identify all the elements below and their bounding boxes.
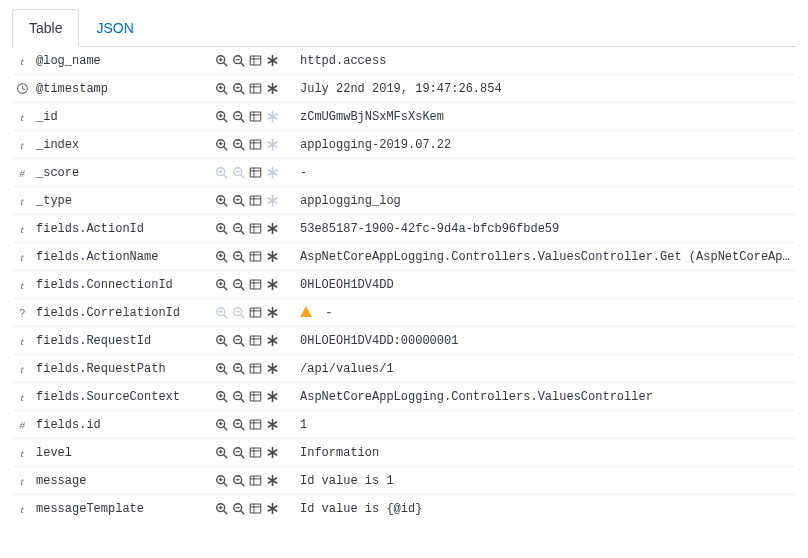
svg-line-186: [223, 454, 227, 458]
toggle-column-icon[interactable]: [248, 109, 263, 124]
svg-rect-75: [250, 196, 261, 205]
table-row: tfields.ActionName AspNetCoreAppLogging.…: [12, 243, 796, 271]
field-type-icon: t: [12, 439, 32, 467]
filter-out-value-icon[interactable]: [231, 249, 246, 264]
filter-out-value-icon[interactable]: [231, 81, 246, 96]
filter-exists-icon[interactable]: [265, 445, 280, 460]
filter-out-value-icon[interactable]: [231, 193, 246, 208]
svg-rect-7: [250, 56, 261, 65]
filter-for-value-icon[interactable]: [214, 445, 229, 460]
field-value: -: [296, 159, 796, 187]
toggle-column-icon[interactable]: [248, 193, 263, 208]
filter-for-value-icon[interactable]: [214, 277, 229, 292]
tab-table[interactable]: Table: [12, 9, 79, 47]
filter-for-value-icon[interactable]: [214, 53, 229, 68]
toggle-column-icon[interactable]: [248, 137, 263, 152]
field-value: -: [296, 299, 796, 327]
toggle-column-icon[interactable]: [248, 53, 263, 68]
filter-for-value-icon[interactable]: [214, 389, 229, 404]
field-value-text: Id value is {@id}: [300, 502, 422, 516]
field-actions: [210, 243, 296, 271]
field-actions: [210, 187, 296, 215]
field-type-icon: #: [12, 411, 32, 439]
filter-exists-icon[interactable]: [265, 249, 280, 264]
filter-for-value-icon[interactable]: [214, 109, 229, 124]
filter-exists-icon[interactable]: [265, 81, 280, 96]
filter-for-value-icon[interactable]: [214, 473, 229, 488]
table-row: tfields.ConnectionId 0HLOEOH1DV4DD: [12, 271, 796, 299]
filter-exists-icon[interactable]: [265, 417, 280, 432]
svg-line-134: [223, 342, 227, 346]
filter-exists-icon[interactable]: [265, 221, 280, 236]
filter-exists-icon[interactable]: [265, 53, 280, 68]
filter-out-value-icon[interactable]: [231, 361, 246, 376]
table-row: t_id zCmUGmwBjNSxMFsXsKem: [12, 103, 796, 131]
filter-out-value-icon[interactable]: [231, 445, 246, 460]
filter-out-value-icon[interactable]: [231, 473, 246, 488]
svg-line-15: [23, 89, 25, 90]
filter-for-value-icon[interactable]: [214, 137, 229, 152]
filter-for-value-icon[interactable]: [214, 221, 229, 236]
toggle-column-icon[interactable]: [248, 165, 263, 180]
field-name: message: [32, 467, 210, 495]
table-row: tlevel Information: [12, 439, 796, 467]
filter-for-value-icon[interactable]: [214, 501, 229, 516]
svg-line-212: [223, 510, 227, 514]
field-value-text: applogging-2019.07.22: [300, 138, 451, 152]
toggle-column-icon[interactable]: [248, 249, 263, 264]
filter-for-value-icon[interactable]: [214, 417, 229, 432]
toggle-column-icon[interactable]: [248, 361, 263, 376]
filter-for-value-icon[interactable]: [214, 81, 229, 96]
filter-exists-icon[interactable]: [265, 305, 280, 320]
filter-for-value-icon[interactable]: [214, 249, 229, 264]
filter-out-value-icon[interactable]: [231, 389, 246, 404]
filter-out-value-icon[interactable]: [231, 137, 246, 152]
filter-exists-icon[interactable]: [265, 277, 280, 292]
svg-line-82: [223, 230, 227, 234]
toggle-column-icon[interactable]: [248, 445, 263, 460]
filter-out-value-icon[interactable]: [231, 501, 246, 516]
filter-exists-icon[interactable]: [265, 333, 280, 348]
toggle-column-icon[interactable]: [248, 333, 263, 348]
svg-rect-218: [250, 504, 261, 513]
svg-rect-205: [250, 476, 261, 485]
field-value-text: 1: [300, 418, 307, 432]
filter-for-value-icon[interactable]: [214, 333, 229, 348]
filter-for-value-icon[interactable]: [214, 361, 229, 376]
filter-exists-icon[interactable]: [265, 361, 280, 376]
svg-line-151: [240, 370, 244, 374]
toggle-column-icon[interactable]: [248, 473, 263, 488]
svg-line-69: [223, 202, 227, 206]
field-name: @timestamp: [32, 75, 210, 103]
filter-out-value-icon[interactable]: [231, 417, 246, 432]
filter-for-value-icon[interactable]: [214, 193, 229, 208]
toggle-column-icon[interactable]: [248, 389, 263, 404]
filter-exists-icon[interactable]: [265, 473, 280, 488]
filter-out-value-icon[interactable]: [231, 277, 246, 292]
warning-icon: [300, 306, 312, 317]
field-value-text: 53e85187-1900-42fc-9d4a-bfcb96fbde59: [300, 222, 559, 236]
field-name: fields.RequestPath: [32, 355, 210, 383]
toggle-column-icon[interactable]: [248, 501, 263, 516]
filter-exists-icon: [265, 165, 280, 180]
field-type-icon: ?: [12, 299, 32, 327]
toggle-column-icon[interactable]: [248, 277, 263, 292]
svg-rect-153: [250, 364, 261, 373]
filter-exists-icon[interactable]: [265, 501, 280, 516]
svg-rect-49: [250, 140, 261, 149]
filter-exists-icon[interactable]: [265, 389, 280, 404]
tab-json[interactable]: JSON: [79, 9, 150, 47]
filter-out-value-icon[interactable]: [231, 221, 246, 236]
field-name: messageTemplate: [32, 495, 210, 523]
svg-line-147: [223, 370, 227, 374]
toggle-column-icon[interactable]: [248, 305, 263, 320]
toggle-column-icon[interactable]: [248, 221, 263, 236]
filter-out-value-icon[interactable]: [231, 53, 246, 68]
filter-out-value-icon[interactable]: [231, 333, 246, 348]
toggle-column-icon[interactable]: [248, 81, 263, 96]
field-type-icon: t: [12, 327, 32, 355]
field-type-icon: t: [12, 187, 32, 215]
filter-out-value-icon[interactable]: [231, 109, 246, 124]
field-actions: [210, 159, 296, 187]
toggle-column-icon[interactable]: [248, 417, 263, 432]
